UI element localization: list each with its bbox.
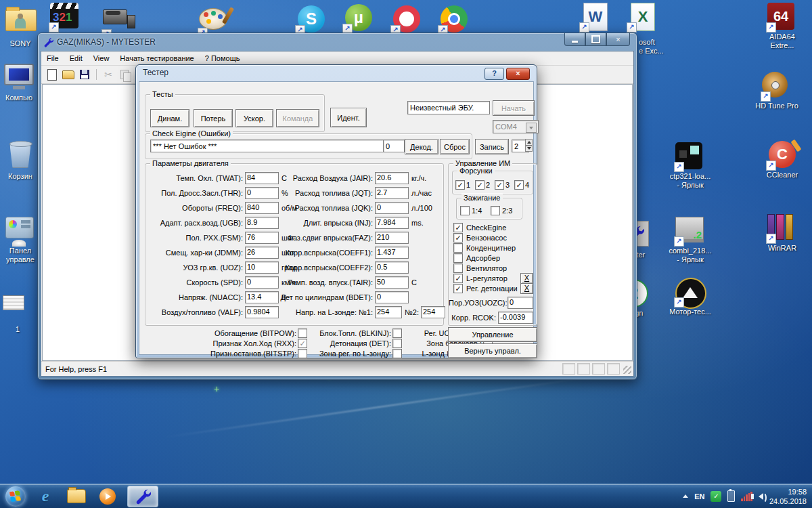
param-field[interactable]: 50 — [375, 276, 409, 289]
maximize-button[interactable] — [585, 33, 606, 46]
dynam-button[interactable]: Динам. — [150, 109, 189, 127]
param-field[interactable]: 2.7 — [375, 187, 409, 199]
com-port-combo[interactable]: COM4 — [493, 120, 539, 133]
injector-4[interactable]: ✓4 — [514, 180, 529, 190]
reset-button[interactable]: Сброс — [440, 139, 470, 154]
copy-icon[interactable] — [118, 68, 131, 81]
fan-checkbox[interactable]: Вентилятор — [453, 263, 507, 273]
det-flag[interactable]: Детонация (DET): — [309, 339, 402, 348]
lambda2-field[interactable]: 254 — [421, 306, 445, 318]
l-zone-flag[interactable]: Зона рег. по L-зонду: — [309, 349, 402, 358]
desktop-icon-ctp321[interactable]: ↗ ctp321-loa...- Ярлык — [669, 142, 712, 190]
menu-file[interactable]: File — [41, 53, 64, 64]
spin-up-icon[interactable] — [525, 139, 533, 146]
desktop-icon-recycle-bin[interactable]: Корзин — [0, 141, 42, 181]
taskbar-explorer-button[interactable] — [65, 486, 88, 507]
injector-1[interactable]: ✓1 — [455, 180, 470, 190]
adsorber-checkbox[interactable]: Адсорбер — [453, 253, 500, 263]
desktop-icon-opera[interactable]: ↗ — [385, 5, 428, 34]
errors-field[interactable]: *** Нет Ошибок *** — [150, 140, 384, 152]
param-field[interactable]: 0 — [375, 291, 409, 303]
param-field[interactable]: 840 — [245, 202, 279, 214]
taskbar-wmp-button[interactable] — [96, 486, 119, 507]
l-regulator-checkbox[interactable]: ✓L-регулятор — [453, 274, 508, 283]
param-field[interactable]: 0.5 — [375, 261, 409, 274]
desktop-icon-paint[interactable]: ↗ — [192, 4, 235, 37]
injector-3[interactable]: ✓3 — [495, 180, 510, 190]
knock-control-checkbox[interactable]: ✓Рег. детонации — [453, 284, 518, 293]
new-document-icon[interactable] — [45, 68, 59, 81]
poter-button[interactable]: Потерь — [194, 109, 233, 127]
param-field[interactable]: 13.4 — [245, 291, 279, 303]
ecu-name-field[interactable]: Неизвестный ЭБУ. — [407, 101, 490, 114]
open-folder-icon[interactable] — [62, 68, 75, 81]
knock-control-x-button[interactable]: X — [520, 283, 533, 294]
param-field[interactable]: 10 — [245, 261, 279, 274]
return-control-button[interactable]: Вернуть управл. — [448, 343, 537, 358]
menu-edit[interactable]: Edit — [64, 53, 88, 64]
dialog-close-button[interactable]: × — [506, 68, 530, 80]
param-field[interactable]: 84 — [245, 172, 279, 184]
language-indicator[interactable]: EN — [694, 492, 704, 501]
desktop-icon-doc1[interactable]: 1 — [0, 287, 39, 334]
desktop-icon-sony-folder[interactable]: SONY — [0, 4, 42, 48]
close-button[interactable]: × — [606, 33, 630, 46]
desktop-icon-chrome[interactable]: ↗ — [432, 5, 476, 34]
taskbar-ie-button[interactable]: e — [34, 486, 57, 507]
volume-icon[interactable] — [759, 493, 763, 500]
control-button[interactable]: Управление — [448, 327, 537, 342]
blkinj-flag[interactable]: Блок.Топл. (BLKINJ): — [309, 329, 402, 338]
clock[interactable]: 19:58 24.05.2018 — [769, 487, 808, 506]
battery-icon[interactable] — [727, 490, 735, 502]
ignition-23[interactable]: 2:3 — [491, 206, 512, 215]
komanda-button[interactable]: Команда — [276, 109, 319, 127]
uskor-button[interactable]: Ускор. — [235, 109, 273, 127]
desktop-icon-hdtune[interactable]: ↗ HD Tune Pro — [755, 72, 798, 110]
antivirus-tray-icon[interactable]: ✓ — [710, 491, 721, 502]
injector-2[interactable]: ✓2 — [475, 180, 490, 190]
taskbar-mytester-button[interactable] — [127, 486, 158, 507]
desktop-icon-motor[interactable]: ↗ Мотор-тес... — [664, 278, 716, 316]
desktop-icon-winrar[interactable]: ↗ WinRAR — [761, 214, 804, 253]
record-button[interactable]: Запись — [475, 139, 509, 154]
errors-count-field[interactable]: 0 — [383, 140, 405, 152]
desktop-icon-word[interactable]: W ↗ — [574, 3, 617, 31]
param-field[interactable]: 8.9 — [245, 217, 279, 229]
menu-help[interactable]: ? Помощь — [200, 53, 246, 64]
resize-grip[interactable] — [623, 366, 631, 374]
param-field[interactable]: 1.437 — [375, 247, 409, 259]
desktop-icon-ccleaner[interactable]: C ↗ CCleaner — [761, 141, 804, 179]
start-button[interactable] — [5, 486, 26, 507]
dialog-help-button[interactable]: ? — [484, 68, 504, 80]
param-field[interactable]: 0 — [245, 187, 279, 199]
param-field[interactable]: 210 — [375, 232, 409, 244]
desktop-icon-excel[interactable]: X ↗ — [621, 3, 664, 31]
menu-view[interactable]: View — [88, 53, 115, 64]
param-field[interactable]: 20.6 — [375, 172, 409, 184]
record-spinner[interactable] — [525, 139, 533, 152]
spin-down-icon[interactable] — [525, 146, 533, 152]
condenser-checkbox[interactable]: Конденцитнер — [453, 243, 516, 253]
rxx-flag[interactable]: Признак Хол.Ход (RXX):✓ — [180, 339, 307, 348]
cut-icon[interactable]: ✂ — [102, 68, 115, 81]
param-field[interactable]: 0 — [375, 202, 409, 214]
fuel-pump-checkbox[interactable]: ✓Бензонасос — [453, 233, 507, 242]
desktop-icon-mpc[interactable]: 321 ↗ — [43, 3, 87, 31]
param-field[interactable]: 76 — [245, 232, 279, 244]
desktop-icon-aida64[interactable]: 64 ↗ AIDA64Extre... — [761, 3, 804, 50]
bitstp-flag[interactable]: Призн.останов.(BITSTP): — [180, 349, 307, 358]
bitpow-flag[interactable]: Обогащение (BITPOW): — [180, 329, 307, 338]
decode-button[interactable]: Декод. — [405, 139, 438, 154]
param-field[interactable]: 0 — [245, 276, 279, 289]
show-hidden-icons-button[interactable] — [683, 494, 688, 498]
param-field[interactable]: 26 — [245, 247, 279, 259]
desktop-icon-control-panel[interactable]: Панелуправле — [0, 217, 42, 264]
menu-start-testing[interactable]: Начать тестирование — [114, 53, 199, 64]
desktop-icon-skype[interactable]: S ↗ — [290, 5, 333, 34]
desktop-icon-combi[interactable]: .2 ↗ combi_218...- Ярлык — [669, 214, 712, 264]
desktop-icon-computer[interactable]: Компью — [0, 64, 41, 102]
start-button[interactable]: Начать — [493, 100, 535, 116]
l-regulator-x-button[interactable]: X — [520, 273, 533, 284]
param-field[interactable]: 7.984 — [375, 217, 409, 229]
rcok-field[interactable]: -0.0039 — [498, 312, 533, 324]
